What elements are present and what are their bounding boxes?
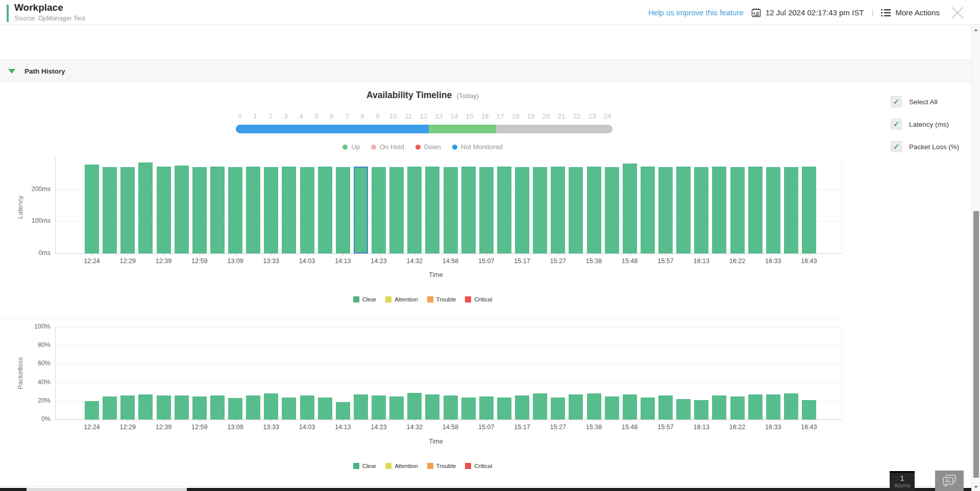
packet-loss-checkbox[interactable]: ✓ xyxy=(891,141,902,152)
latency-bar[interactable] xyxy=(676,167,691,253)
packetloss-bar[interactable] xyxy=(569,394,583,419)
latency-bar[interactable] xyxy=(210,167,225,253)
packetloss-bar[interactable] xyxy=(246,395,260,419)
latency-bar[interactable] xyxy=(766,167,780,253)
latency-bar[interactable] xyxy=(461,167,476,253)
availability-timeline-bar[interactable] xyxy=(236,125,612,133)
latency-bar[interactable] xyxy=(407,167,422,253)
latency-bar[interactable] xyxy=(479,167,494,253)
latency-checkbox-row[interactable]: ✓ Latency (ms) xyxy=(891,116,959,132)
packetloss-bar[interactable] xyxy=(766,394,780,419)
packetloss-bar[interactable] xyxy=(730,396,745,419)
packetloss-bar[interactable] xyxy=(658,395,673,419)
packetloss-bar[interactable] xyxy=(802,400,816,419)
select-all-checkbox[interactable]: ✓ xyxy=(891,96,902,107)
latency-bar[interactable] xyxy=(354,167,368,253)
packetloss-bar[interactable] xyxy=(515,395,529,419)
latency-bar[interactable] xyxy=(318,167,332,253)
legend-item-attention[interactable]: Attention xyxy=(385,296,418,302)
packetloss-bar[interactable] xyxy=(784,393,798,419)
packetloss-bar[interactable] xyxy=(354,394,368,419)
latency-bar[interactable] xyxy=(623,163,637,253)
packetloss-bar[interactable] xyxy=(192,396,207,419)
path-history-section-header[interactable]: Path History xyxy=(0,60,980,82)
legend-item-critical[interactable]: Critical xyxy=(465,296,492,302)
latency-bar[interactable] xyxy=(444,167,458,253)
packetloss-bar[interactable] xyxy=(712,395,726,419)
latency-checkbox[interactable]: ✓ xyxy=(891,119,902,130)
close-button[interactable] xyxy=(950,6,965,20)
collapse-triangle-icon[interactable] xyxy=(8,69,15,74)
packetloss-bar[interactable] xyxy=(461,398,476,419)
latency-bar[interactable] xyxy=(658,167,673,253)
packetloss-bar[interactable] xyxy=(444,395,458,419)
packetloss-bar[interactable] xyxy=(623,394,637,419)
scroll-up-arrow-icon[interactable] xyxy=(974,29,978,31)
packetloss-bar[interactable] xyxy=(641,398,655,419)
latency-bar[interactable] xyxy=(587,167,601,253)
latency-bar[interactable] xyxy=(264,167,278,253)
packetloss-bar[interactable] xyxy=(228,398,242,419)
latency-bar[interactable] xyxy=(425,167,439,253)
packetloss-bar[interactable] xyxy=(497,398,511,419)
packetloss-bar[interactable] xyxy=(676,399,691,419)
packetloss-bar[interactable] xyxy=(138,394,153,419)
latency-bar[interactable] xyxy=(228,167,242,253)
packetloss-bar[interactable] xyxy=(694,400,708,419)
chat-button[interactable] xyxy=(935,471,964,491)
vertical-scrollbar-thumb[interactable] xyxy=(973,211,979,478)
packetloss-bar[interactable] xyxy=(210,395,225,419)
latency-bar[interactable] xyxy=(336,167,350,253)
select-all-checkbox-row[interactable]: ✓ Select All xyxy=(891,94,959,109)
legend-item-trouble[interactable]: Trouble xyxy=(427,296,456,302)
latency-bar[interactable] xyxy=(497,167,511,253)
latency-bar[interactable] xyxy=(372,167,386,253)
packetloss-bar[interactable] xyxy=(264,393,278,419)
latency-bar[interactable] xyxy=(282,167,296,253)
more-actions-button[interactable]: More Actions xyxy=(881,8,940,17)
help-improve-link[interactable]: Help us improve this feature xyxy=(648,8,744,17)
alarms-badge[interactable]: 1 Alarms xyxy=(890,471,915,491)
packetloss-bar[interactable] xyxy=(479,396,494,419)
packetloss-bar[interactable] xyxy=(407,393,422,419)
latency-bar[interactable] xyxy=(748,167,763,253)
latency-bar[interactable] xyxy=(157,167,171,253)
horizontal-scrollbar-thumb[interactable] xyxy=(27,488,187,491)
latency-bar[interactable] xyxy=(389,167,404,253)
packetloss-bar[interactable] xyxy=(336,402,350,419)
latency-bar[interactable] xyxy=(641,167,655,253)
packetloss-bar[interactable] xyxy=(103,396,117,419)
legend-item-clear[interactable]: Clear xyxy=(353,296,376,302)
legend-item-attention[interactable]: Attention xyxy=(385,463,418,469)
latency-bar[interactable] xyxy=(569,167,583,253)
latency-bar[interactable] xyxy=(175,166,189,253)
latency-bar[interactable] xyxy=(605,167,619,253)
legend-item-trouble[interactable]: Trouble xyxy=(427,463,456,469)
latency-bar[interactable] xyxy=(246,167,260,253)
scroll-down-arrow-icon[interactable] xyxy=(974,486,978,488)
packetloss-bar[interactable] xyxy=(120,395,135,419)
packetloss-bar[interactable] xyxy=(748,394,763,419)
packetloss-bar[interactable] xyxy=(551,398,565,419)
packetloss-bar[interactable] xyxy=(157,395,171,419)
packetloss-bar[interactable] xyxy=(533,393,547,419)
packetloss-bar[interactable] xyxy=(300,395,314,419)
latency-bar[interactable] xyxy=(85,165,99,253)
packetloss-bar[interactable] xyxy=(372,395,386,419)
latency-bar[interactable] xyxy=(694,167,708,253)
latency-bar[interactable] xyxy=(533,167,547,253)
legend-item-clear[interactable]: Clear xyxy=(353,463,376,469)
latency-bar[interactable] xyxy=(802,167,816,253)
packetloss-bar[interactable] xyxy=(175,395,189,419)
latency-bar[interactable] xyxy=(192,167,207,253)
packetloss-bar[interactable] xyxy=(425,394,439,419)
packetloss-bar[interactable] xyxy=(587,393,601,419)
packetloss-bar[interactable] xyxy=(282,398,296,419)
packetloss-bar[interactable] xyxy=(85,401,99,419)
vertical-scrollbar[interactable] xyxy=(971,25,980,491)
packetloss-bar[interactable] xyxy=(318,398,332,419)
legend-item-critical[interactable]: Critical xyxy=(465,463,492,469)
packet-loss-checkbox-row[interactable]: ✓ Packet Loss (%) xyxy=(891,139,959,154)
latency-bar[interactable] xyxy=(712,167,726,253)
packetloss-bar[interactable] xyxy=(389,396,404,419)
